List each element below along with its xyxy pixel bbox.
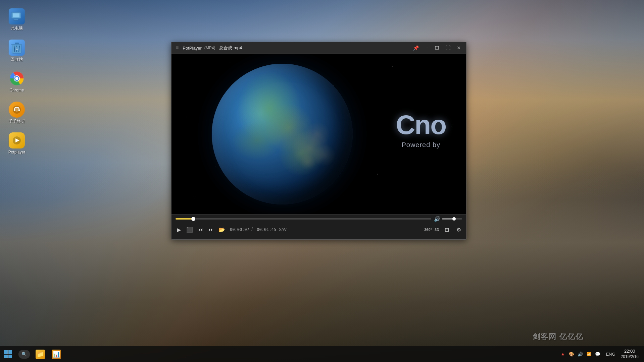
settings-button[interactable]: ⚙ — [454, 225, 463, 234]
potplayer-window: ≡ PotPlayer (MP4) 总合成.mp4 📌 − ✕ — [171, 42, 466, 240]
desktop-icon-potplayer[interactable]: Potplayer — [3, 131, 30, 157]
clock-time: 22:00 — [624, 349, 635, 354]
grid-button[interactable]: ⊞ — [442, 225, 451, 234]
open-button[interactable]: 📂 — [217, 225, 227, 234]
brand-powered-text: Powered by — [396, 141, 446, 149]
svg-rect-14 — [18, 109, 20, 111]
file-explorer-icon: 📁 — [36, 350, 45, 359]
progress-fill — [176, 218, 193, 220]
svg-rect-6 — [15, 43, 19, 44]
recycle-bin-label: 回收站 — [11, 57, 23, 62]
desktop-icon-recycle-bin[interactable]: 回收站 — [3, 38, 30, 64]
taskbar: 🔍 📁 📊 🔺 🎨 🔊 📶 — [0, 346, 644, 362]
label-360[interactable]: 360° — [424, 228, 432, 232]
progress-bar-container[interactable]: 🔊 — [174, 216, 463, 222]
sw-label: S/W — [279, 227, 287, 232]
minimize-button[interactable]: − — [422, 44, 431, 52]
volume-icon: 🔊 — [434, 216, 441, 222]
pin-button[interactable]: 📌 — [411, 44, 420, 52]
tray-volume-icon[interactable]: 🔊 — [576, 350, 584, 358]
brand-cno-text: Cno — [396, 112, 446, 138]
filename: 总合成.mp4 — [219, 45, 242, 51]
recycle-bin-icon — [9, 40, 25, 56]
clock-date: 2019/2/16 — [621, 354, 639, 360]
volume-thumb — [452, 217, 456, 221]
earth — [212, 64, 353, 204]
svg-rect-3 — [13, 20, 19, 20]
potplayer-label: Potplayer — [8, 150, 26, 155]
chrome-icon — [9, 70, 25, 86]
controls-area: 🔊 ▶ ⬛ ⏮ ⏭ 📂 00:00:07 / 00:01:45 S/W — [171, 214, 466, 239]
progress-track[interactable] — [176, 218, 431, 220]
this-pc-label: 此电脑 — [11, 26, 23, 31]
this-pc-icon — [9, 8, 25, 24]
svg-rect-17 — [435, 46, 439, 49]
watermark: 剑客网 亿亿亿 — [533, 332, 584, 342]
branding: Cno Powered by — [396, 112, 446, 149]
tray-icons: 🔺 🎨 🔊 📶 💬 — [557, 350, 603, 358]
app-title: PotPlayer — [183, 46, 201, 51]
total-time: 00:01:45 — [257, 227, 276, 232]
music-label: 千千静听 — [9, 119, 25, 124]
controls-row: ▶ ⬛ ⏮ ⏭ 📂 00:00:07 / 00:01:45 S/W 360° 3… — [174, 222, 463, 237]
potplayer-icon — [9, 132, 25, 148]
system-clock[interactable]: 22:00 2019/2/16 — [618, 349, 641, 359]
format-tag: (MP4) — [204, 46, 215, 50]
fullscreen-button[interactable] — [443, 44, 453, 52]
tray-arrow-icon[interactable]: 🔺 — [559, 350, 567, 358]
taskbar-file-explorer[interactable]: 📁 — [32, 346, 48, 362]
tray-network-icon[interactable]: 📶 — [585, 350, 593, 358]
taskbar-search[interactable]: 🔍 — [16, 346, 32, 362]
svg-rect-1 — [13, 13, 19, 17]
titlebar-controls: 📌 − ✕ — [411, 44, 463, 52]
current-time: 00:00:07 — [230, 227, 249, 232]
desktop-icon-chrome[interactable]: Chrome — [3, 69, 30, 95]
prev-button[interactable]: ⏮ — [196, 225, 205, 234]
windows-logo — [4, 350, 12, 358]
volume-section: 🔊 — [434, 216, 462, 222]
tray-color-icon[interactable]: 🎨 — [567, 350, 576, 358]
desktop-icon-music[interactable]: 千千静听 — [3, 100, 30, 126]
taskbar-pinned: 📁 📊 — [32, 346, 64, 362]
desktop: 此电脑 回收站 — [0, 0, 644, 362]
music-icon — [9, 102, 25, 118]
menu-icon[interactable]: ≡ — [174, 44, 180, 52]
chrome-label: Chrome — [10, 88, 24, 93]
svg-rect-13 — [14, 109, 15, 111]
video-area: Cno Powered by — [171, 54, 466, 214]
time-separator: / — [251, 227, 253, 233]
earth-visualization — [212, 64, 353, 204]
restore-button[interactable] — [433, 44, 442, 52]
desktop-icons: 此电脑 回收站 — [3, 7, 30, 157]
tray-message-icon[interactable]: 💬 — [594, 350, 602, 358]
system-tray: 🔺 🎨 🔊 📶 💬 ENG 22:00 2019/2/16 — [557, 346, 644, 362]
close-button[interactable]: ✕ — [454, 44, 463, 52]
svg-rect-2 — [14, 19, 18, 20]
volume-track[interactable] — [442, 218, 462, 220]
stop-button[interactable]: ⬛ — [185, 225, 194, 234]
search-icon: 🔍 — [18, 350, 30, 359]
taskbar-app2[interactable]: 📊 — [48, 346, 64, 362]
titlebar-menu: ≡ PotPlayer (MP4) 总合成.mp4 — [174, 44, 242, 52]
start-button[interactable] — [0, 346, 16, 362]
progress-thumb — [191, 217, 195, 221]
titlebar: ≡ PotPlayer (MP4) 总合成.mp4 📌 − ✕ — [171, 42, 466, 54]
desktop-icon-this-pc[interactable]: 此电脑 — [3, 7, 30, 33]
svg-point-12 — [15, 108, 19, 112]
play-button[interactable]: ▶ — [174, 225, 184, 234]
controls-right: 360° 3D ⊞ ⚙ — [424, 225, 463, 234]
label-3d[interactable]: 3D — [435, 228, 439, 232]
language-indicator[interactable]: ENG — [604, 352, 616, 357]
next-button[interactable]: ⏭ — [206, 225, 216, 234]
app2-icon: 📊 — [52, 350, 61, 359]
svg-point-10 — [15, 77, 18, 80]
